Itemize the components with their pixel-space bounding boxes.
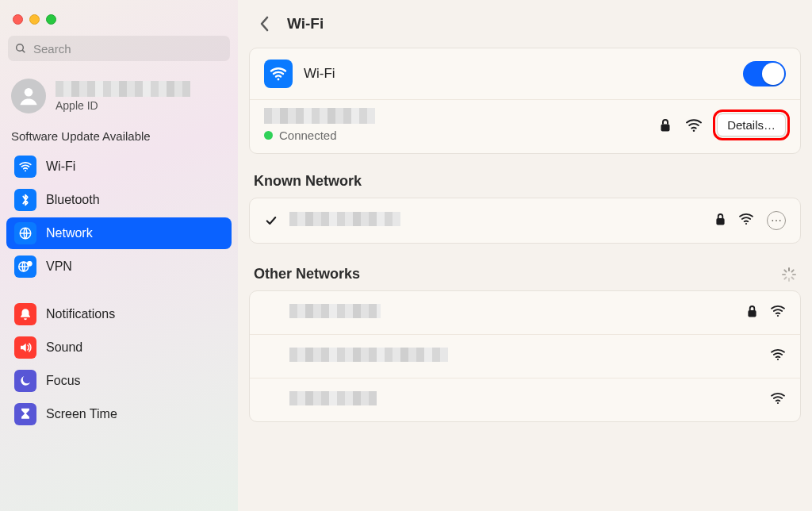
svg-point-8 bbox=[278, 79, 280, 81]
sidebar-item-focus[interactable]: Focus bbox=[6, 365, 232, 397]
svg-point-0 bbox=[17, 44, 24, 52]
moon-icon bbox=[14, 370, 36, 392]
network-row[interactable] bbox=[250, 334, 800, 378]
network-row-icons bbox=[770, 348, 786, 364]
sidebar-item-network[interactable]: Network bbox=[6, 217, 232, 249]
network-name bbox=[289, 391, 759, 409]
status-dot-icon bbox=[264, 131, 273, 140]
speaker-icon bbox=[14, 336, 36, 359]
network-row-icons: ⋯ bbox=[715, 211, 786, 230]
account-subtitle: Apple ID bbox=[56, 99, 190, 112]
svg-point-2 bbox=[25, 88, 33, 97]
svg-rect-13 bbox=[748, 310, 756, 317]
sidebar-item-notifications[interactable]: Notifications bbox=[6, 298, 232, 330]
globe-badge-icon: i bbox=[14, 256, 36, 278]
minimize-window-button[interactable] bbox=[29, 14, 40, 25]
lock-icon bbox=[747, 305, 757, 321]
wifi-signal-icon bbox=[685, 118, 703, 133]
hourglass-icon bbox=[14, 403, 36, 425]
connection-status: Connected bbox=[279, 129, 337, 142]
lock-icon bbox=[715, 213, 726, 229]
svg-point-12 bbox=[745, 223, 747, 225]
svg-point-14 bbox=[777, 315, 779, 317]
wifi-toggle-row: Wi-Fi bbox=[250, 48, 800, 99]
search-input[interactable] bbox=[33, 42, 224, 56]
current-network-name-redacted bbox=[264, 108, 375, 124]
details-button[interactable]: Details… bbox=[717, 113, 786, 136]
other-networks-list bbox=[249, 290, 801, 422]
globe-icon bbox=[14, 222, 36, 244]
svg-point-3 bbox=[25, 170, 26, 171]
search-field-wrap[interactable] bbox=[8, 36, 230, 61]
wifi-signal-icon bbox=[770, 348, 786, 364]
sidebar-nav: Wi-FiBluetoothNetworkiVPNNotificationsSo… bbox=[6, 151, 232, 430]
wifi-icon bbox=[14, 156, 36, 178]
bell-icon bbox=[14, 303, 36, 325]
sidebar-item-label: Bluetooth bbox=[46, 193, 100, 207]
network-name-redacted bbox=[289, 212, 400, 226]
svg-point-10 bbox=[693, 129, 695, 132]
network-row[interactable] bbox=[250, 291, 800, 334]
wifi-toggle[interactable] bbox=[743, 61, 786, 86]
network-name-redacted bbox=[289, 348, 448, 362]
sidebar-item-sound[interactable]: Sound bbox=[6, 332, 232, 363]
more-options-button[interactable]: ⋯ bbox=[767, 211, 786, 230]
bluetooth-icon bbox=[14, 189, 36, 211]
sidebar-item-label: VPN bbox=[46, 259, 72, 274]
loading-spinner-icon bbox=[782, 267, 796, 282]
main-header: Wi-Fi bbox=[249, 11, 801, 48]
network-name bbox=[289, 304, 736, 321]
apple-id-row[interactable]: Apple ID bbox=[6, 75, 232, 125]
wifi-signal-icon bbox=[770, 305, 786, 321]
search-icon bbox=[14, 42, 27, 55]
wifi-label: Wi-Fi bbox=[304, 66, 743, 82]
network-row[interactable] bbox=[250, 378, 800, 421]
known-network-list: ⋯ bbox=[249, 198, 801, 244]
lock-icon bbox=[660, 118, 671, 133]
sidebar-item-screentime[interactable]: Screen Time bbox=[6, 398, 232, 430]
svg-point-15 bbox=[777, 359, 779, 360]
network-name-redacted bbox=[289, 304, 381, 318]
svg-point-16 bbox=[777, 402, 779, 404]
sidebar-item-bluetooth[interactable]: Bluetooth bbox=[6, 184, 232, 216]
network-name bbox=[289, 212, 704, 229]
page-title: Wi-Fi bbox=[287, 15, 324, 33]
sidebar-item-wifi[interactable]: Wi-Fi bbox=[6, 151, 232, 182]
sidebar-item-label: Notifications bbox=[46, 307, 115, 321]
network-name-redacted bbox=[289, 391, 377, 405]
current-network-row: Connected Details… bbox=[250, 99, 800, 153]
other-networks-heading: Other Networks bbox=[249, 266, 801, 290]
wifi-signal-icon bbox=[770, 392, 786, 408]
checkmark-icon bbox=[264, 215, 278, 226]
network-row-icons bbox=[747, 305, 786, 321]
wifi-card: Wi-Fi Connected Details… bbox=[249, 48, 801, 154]
known-heading-text: Known Network bbox=[254, 173, 362, 190]
software-update-notice[interactable]: Software Update Available bbox=[6, 125, 232, 151]
network-name bbox=[289, 348, 759, 365]
sidebar-item-vpn[interactable]: iVPN bbox=[6, 251, 232, 282]
chevron-left-icon bbox=[259, 16, 270, 32]
sidebar: Apple ID Software Update Available Wi-Fi… bbox=[0, 0, 238, 511]
sidebar-item-label: Sound bbox=[46, 340, 82, 355]
sidebar-item-label: Wi-Fi bbox=[46, 159, 75, 174]
known-network-heading: Known Network bbox=[249, 173, 801, 198]
close-window-button[interactable] bbox=[13, 14, 23, 25]
account-name-redacted bbox=[56, 81, 190, 97]
window-controls bbox=[6, 8, 232, 36]
wifi-icon bbox=[269, 64, 288, 83]
main-pane: Wi-Fi Wi-Fi Connected De bbox=[238, 0, 812, 511]
account-text: Apple ID bbox=[56, 81, 190, 112]
wifi-signal-icon bbox=[738, 213, 754, 229]
network-row[interactable]: ⋯ bbox=[250, 198, 800, 243]
sidebar-item-label: Screen Time bbox=[46, 407, 117, 421]
other-heading-text: Other Networks bbox=[254, 266, 360, 282]
back-button[interactable] bbox=[254, 13, 276, 35]
avatar bbox=[11, 79, 46, 113]
zoom-window-button[interactable] bbox=[46, 14, 56, 25]
wifi-tile-icon bbox=[264, 60, 293, 88]
svg-rect-11 bbox=[716, 218, 724, 225]
person-icon bbox=[17, 84, 40, 108]
sidebar-item-label: Network bbox=[46, 226, 93, 240]
svg-line-1 bbox=[22, 50, 25, 52]
svg-rect-9 bbox=[661, 124, 670, 131]
